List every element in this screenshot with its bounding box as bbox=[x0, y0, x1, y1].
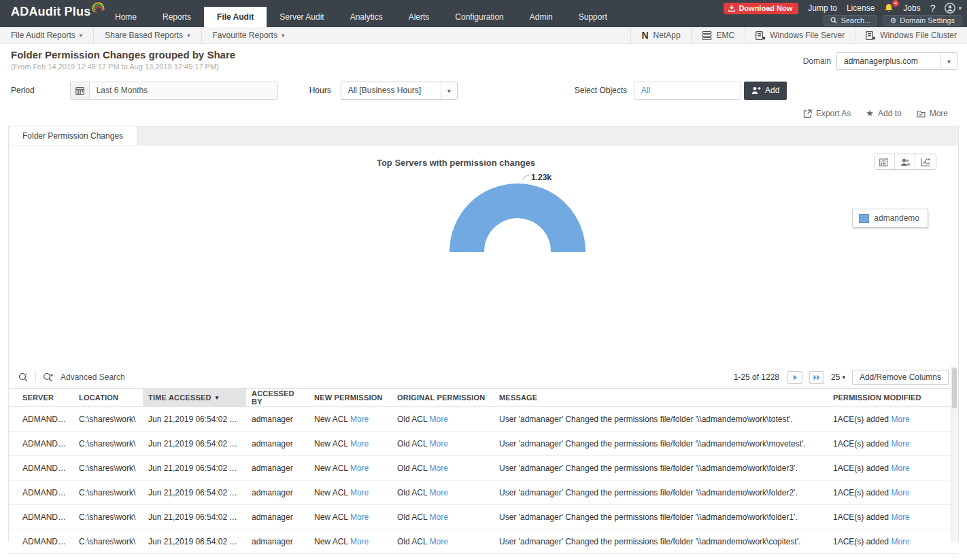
cell-time: Jun 21,2019 06:54:02 AM bbox=[143, 512, 246, 522]
domain-label: Domain bbox=[803, 56, 831, 66]
domain-settings-button[interactable]: ⚙ Domain Settings bbox=[883, 15, 962, 26]
hours-select[interactable]: All [Business Hours] ▾ bbox=[341, 82, 458, 100]
cell-message: User 'admanager' Changed the permissions… bbox=[494, 537, 828, 546]
table-search-icon[interactable] bbox=[18, 372, 29, 383]
table-scrollbar[interactable] bbox=[951, 366, 958, 542]
global-search-button[interactable]: Search... bbox=[824, 15, 877, 26]
calendar-icon bbox=[71, 82, 90, 99]
source-windows-file-server[interactable]: Windows File Server bbox=[745, 27, 855, 43]
source-label: EMC bbox=[717, 31, 735, 40]
cell-original-permission: Old ACL More bbox=[392, 537, 494, 546]
topbar-utilities: Download Now Jump to License 4 Jobs ? ▾ bbox=[724, 2, 962, 14]
more-link[interactable]: More bbox=[891, 439, 909, 449]
nav-item-file-audit[interactable]: File Audit bbox=[204, 7, 267, 27]
more-link[interactable]: More bbox=[350, 463, 369, 473]
cell-accessed-by: admanager bbox=[246, 439, 309, 449]
column-header-message[interactable]: MESSAGE bbox=[494, 389, 828, 406]
page-size-select[interactable]: 25 ▾ bbox=[831, 372, 845, 382]
cell-message: User 'admanager' Changed the permissions… bbox=[494, 512, 828, 522]
notifications-bell-icon[interactable]: 4 bbox=[884, 3, 894, 13]
more-link[interactable]: More bbox=[891, 463, 909, 473]
more-link[interactable]: More bbox=[350, 537, 369, 546]
more-actions-button[interactable]: More bbox=[917, 109, 948, 118]
more-link[interactable]: More bbox=[430, 463, 448, 473]
more-link[interactable]: More bbox=[350, 415, 369, 424]
jump-to-link[interactable]: Jump to bbox=[808, 3, 837, 13]
column-header-original-permission[interactable]: ORIGINAL PERMISSION bbox=[392, 389, 494, 406]
add-chart-icon[interactable] bbox=[875, 154, 895, 169]
legend-label: admandemo bbox=[874, 213, 919, 223]
column-header-time-accessed[interactable]: TIME ACCESSED▾ bbox=[143, 389, 246, 406]
more-link[interactable]: More bbox=[430, 415, 448, 424]
nav-item-configuration[interactable]: Configuration bbox=[442, 7, 516, 27]
nav-item-home[interactable]: Home bbox=[102, 7, 150, 27]
advanced-search-icon[interactable] bbox=[43, 372, 54, 383]
semi-donut-chart[interactable] bbox=[449, 183, 586, 252]
menu-share-based-reports[interactable]: Share Based Reports▾ bbox=[94, 27, 201, 43]
report-tabs: Folder Permission Changes bbox=[9, 126, 958, 145]
download-now-button[interactable]: Download Now bbox=[724, 3, 798, 14]
add-remove-columns-button[interactable]: Add/Remove Columns bbox=[852, 370, 949, 385]
column-header-location[interactable]: LOCATION bbox=[73, 389, 143, 406]
more-link[interactable]: More bbox=[891, 512, 909, 522]
period-picker[interactable]: Last 6 Months bbox=[70, 82, 278, 100]
cell-location: C:\shares\work\ bbox=[73, 463, 143, 473]
nav-item-admin[interactable]: Admin bbox=[517, 7, 566, 27]
menu-label: Favourite Reports bbox=[213, 31, 277, 40]
table-row: ADMANDEMOC:\shares\work\Jun 21,2019 06:5… bbox=[9, 456, 958, 480]
more-link[interactable]: More bbox=[891, 415, 909, 424]
cell-location: C:\shares\work\ bbox=[73, 488, 143, 497]
domain-select[interactable]: admanagerplus.com ▾ bbox=[836, 52, 957, 70]
select-objects-input[interactable]: All bbox=[634, 82, 741, 100]
jobs-link[interactable]: Jobs bbox=[903, 3, 920, 13]
app-logo[interactable]: ADAudit Plus bbox=[11, 5, 105, 19]
tab-folder-permission-changes[interactable]: Folder Permission Changes bbox=[9, 126, 137, 145]
last-page-button[interactable] bbox=[809, 371, 824, 384]
more-link[interactable]: More bbox=[350, 488, 369, 497]
chart-legend[interactable]: admandemo bbox=[852, 209, 928, 228]
nav-item-alerts[interactable]: Alerts bbox=[396, 7, 443, 27]
more-link[interactable]: More bbox=[430, 439, 448, 449]
user-account-menu[interactable]: ▾ bbox=[945, 3, 962, 14]
cell-permission-modified: 1ACE(s) added More bbox=[828, 463, 958, 473]
download-icon bbox=[728, 5, 735, 12]
help-link[interactable]: ? bbox=[930, 3, 936, 14]
add-objects-button[interactable]: Add bbox=[744, 82, 787, 100]
nav-item-reports[interactable]: Reports bbox=[150, 7, 204, 27]
source-netapp[interactable]: N NetApp bbox=[630, 27, 690, 43]
menu-favourite-reports[interactable]: Favourite Reports▾ bbox=[202, 27, 296, 43]
refresh-chart-icon[interactable] bbox=[915, 154, 936, 169]
more-link[interactable]: More bbox=[430, 537, 448, 546]
reports-toolbar: File Audit Reports▾ Share Based Reports▾… bbox=[0, 27, 967, 44]
scrollbar-thumb[interactable] bbox=[952, 368, 957, 408]
more-icon bbox=[917, 109, 926, 118]
nav-item-support[interactable]: Support bbox=[566, 7, 620, 27]
source-emc[interactable]: EMC bbox=[691, 27, 745, 43]
menu-file-audit-reports[interactable]: File Audit Reports▾ bbox=[0, 27, 94, 43]
users-chart-icon[interactable] bbox=[895, 154, 915, 169]
storage-sources: N NetApp EMC Windows File Server Windows… bbox=[630, 27, 967, 43]
license-link[interactable]: License bbox=[847, 3, 875, 13]
chevron-down-icon: ▾ bbox=[282, 32, 285, 39]
table-row: ADMANDEMOC:\shares\work\Jun 21,2019 06:5… bbox=[9, 480, 958, 505]
cell-location: C:\shares\work\ bbox=[73, 439, 143, 449]
export-as-button[interactable]: Export As bbox=[803, 109, 851, 118]
more-link[interactable]: More bbox=[430, 512, 448, 522]
more-link[interactable]: More bbox=[350, 512, 369, 522]
cell-message: User 'admanager' Changed the permissions… bbox=[494, 463, 828, 473]
cell-location: C:\shares\work\ bbox=[73, 537, 143, 546]
more-link[interactable]: More bbox=[350, 439, 369, 449]
more-link[interactable]: More bbox=[430, 488, 448, 497]
add-to-button[interactable]: ★ Add to bbox=[866, 109, 901, 118]
nav-item-server-audit[interactable]: Server Audit bbox=[267, 7, 337, 27]
column-header-permission-modified[interactable]: PERMISSION MODIFIED bbox=[828, 389, 958, 406]
nav-item-analytics[interactable]: Analytics bbox=[337, 7, 396, 27]
column-header-accessed-by[interactable]: ACCESSED BY bbox=[246, 389, 309, 406]
source-windows-file-cluster[interactable]: Windows File Cluster bbox=[855, 27, 967, 43]
more-link[interactable]: More bbox=[891, 488, 909, 497]
column-header-new-permission[interactable]: NEW PERMISSION bbox=[309, 389, 392, 406]
more-link[interactable]: More bbox=[891, 537, 909, 546]
advanced-search-label[interactable]: Advanced Search bbox=[61, 372, 125, 382]
next-page-button[interactable] bbox=[787, 371, 802, 384]
column-header-server[interactable]: SERVER bbox=[9, 389, 73, 406]
